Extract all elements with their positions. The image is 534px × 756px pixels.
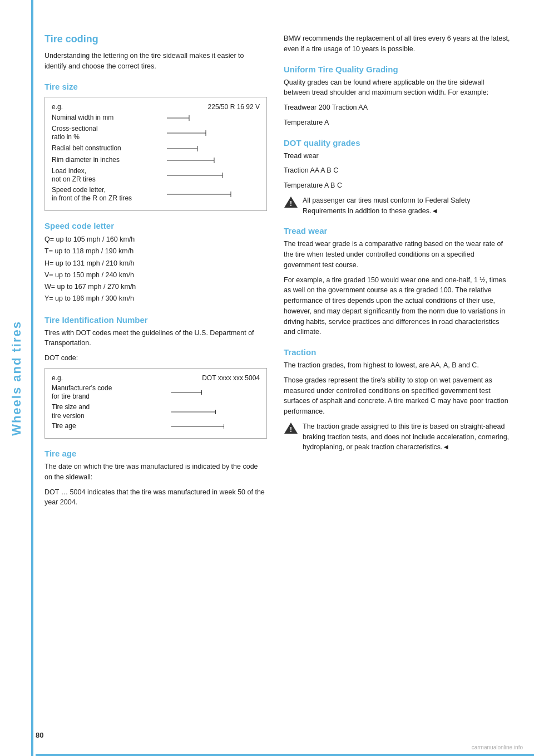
dot-eg-value: DOT xxxx xxx 5004 (202, 374, 260, 382)
bottom-bar (36, 754, 534, 756)
tire-line-3 (141, 144, 260, 154)
dot-line-1 (138, 388, 260, 397)
right-column: BMW recommends the replacement of all ti… (284, 33, 512, 723)
dot-line-2 (138, 408, 260, 416)
dot-quality-title: DOT quality grades (284, 138, 512, 148)
tire-eg-row: e.g. 225/50 R 16 92 V (52, 103, 260, 111)
tire-eg-label: e.g. (52, 103, 63, 111)
watermark: carmanualonline.info (472, 744, 523, 750)
tread-wear-para1: The tread wear grade is a comparative ra… (284, 239, 512, 270)
main-content: Tire coding Understanding the lettering … (33, 0, 534, 756)
speed-v: V= up to 150 mph / 240 km/h (44, 269, 267, 281)
traction-warning-text: The traction grade assigned to this tire… (303, 421, 512, 453)
tire-label-4: Rim diameter in inches (52, 156, 141, 165)
dot-tread: Tread wear (284, 151, 512, 161)
speed-t: T= up to 118 mph / 190 km/h (44, 246, 267, 257)
svg-text:!: ! (290, 200, 292, 208)
traction-title: Traction (284, 347, 512, 357)
dot-line-3 (138, 422, 260, 431)
tin-para1: Tires with DOT codes meet the guidelines… (44, 328, 267, 349)
dot-row-1: Manufacturer's codefor tire brand (52, 384, 260, 401)
right-para1: BMW recommends the replacement of all ti… (284, 33, 512, 55)
tire-row-2: Cross-sectionalratio in % (52, 125, 260, 142)
uniform-title: Uniform Tire Quality Grading (284, 65, 512, 74)
sidebar-label: Wheels and tires (9, 321, 24, 436)
dot-diagram: e.g. DOT xxxx xxx 5004 Manufacturer's co… (44, 368, 267, 439)
uniform-temp: Temperature A (284, 117, 512, 128)
uniform-para: Quality grades can be found where applic… (284, 77, 512, 99)
dot-label-2: Tire size andtire version (52, 403, 138, 420)
tire-label-3: Radial belt construction (52, 144, 141, 153)
warning-triangle-icon: ! (284, 196, 298, 211)
dot-code-label: DOT code: (44, 353, 267, 364)
svg-text:!: ! (290, 426, 292, 434)
main-title: Tire coding (44, 33, 267, 45)
dot-warning-text: All passenger car tires must conform to … (303, 195, 512, 217)
tire-line-1 (141, 113, 260, 123)
dot-eg-row: e.g. DOT xxxx xxx 5004 (52, 374, 260, 382)
tread-wear-para2: For example, a tire graded 150 would wea… (284, 275, 512, 338)
tire-row-4: Rim diameter in inches (52, 155, 260, 165)
page-container: Wheels and tires Tire coding Understandi… (0, 0, 534, 756)
uniform-treadwear: Treadwear 200 Traction AA (284, 102, 512, 113)
speed-q: Q= up to 105 mph / 160 km/h (44, 234, 267, 246)
dot-label-1: Manufacturer's codefor tire brand (52, 384, 138, 401)
dot-traction: Traction AA A B C (284, 165, 512, 176)
tire-label-5: Load index,not on ZR tires (52, 167, 141, 184)
speed-w: W= up to 167 mph / 270 km/h (44, 281, 267, 293)
speed-y: Y= up to 186 mph / 300 km/h (44, 293, 267, 305)
tire-row-5: Load index,not on ZR tires (52, 167, 260, 184)
traction-warning-triangle-icon: ! (284, 422, 298, 437)
tire-age-para1: The date on which the tire was manufactu… (44, 462, 267, 483)
traction-para2: Those grades represent the tire's abilit… (284, 375, 512, 417)
tire-size-diagram: e.g. 225/50 R 16 92 V Nominal width in m… (44, 97, 267, 212)
tire-size-title: Tire size (44, 82, 267, 91)
tire-row-6: Speed code letter,in front of the R on Z… (52, 186, 260, 203)
sidebar: Wheels and tires (0, 0, 33, 756)
tire-label-6: Speed code letter,in front of the R on Z… (52, 186, 141, 203)
tin-title: Tire Identification Number (44, 315, 267, 325)
page-number: 80 (36, 731, 43, 739)
sidebar-blue-bar (31, 0, 33, 756)
tire-label-2: Cross-sectionalratio in % (52, 125, 141, 142)
dot-row-2: Tire size andtire version (52, 403, 260, 420)
tire-line-2 (141, 128, 260, 138)
traction-warning-box: ! The traction grade assigned to this ti… (284, 421, 512, 453)
left-column: Tire coding Understanding the lettering … (44, 33, 267, 723)
tread-wear-title: Tread wear (284, 226, 512, 235)
dot-label-3: Tire age (52, 422, 138, 431)
intro-text: Understanding the lettering on the tire … (44, 51, 267, 72)
tire-age-title: Tire age (44, 449, 267, 458)
speed-code-list: Q= up to 105 mph / 160 km/h T= up to 118… (44, 234, 267, 305)
dot-warning-box: ! All passenger car tires must conform t… (284, 195, 512, 217)
tire-line-5 (141, 170, 260, 180)
dot-temp: Temperature A B C (284, 180, 512, 191)
speed-code-title: Speed code letter (44, 221, 267, 230)
tire-age-para2: DOT … 5004 indicates that the tire was m… (44, 487, 267, 508)
traction-para1: The traction grades, from highest to low… (284, 360, 512, 371)
dot-eg-label: e.g. (52, 374, 63, 382)
tire-line-4 (141, 155, 260, 165)
tire-line-6 (141, 189, 260, 199)
tire-row-1: Nominal width in mm (52, 113, 260, 123)
dot-row-3: Tire age (52, 422, 260, 431)
speed-h: H= up to 131 mph / 210 km/h (44, 258, 267, 269)
tire-eg-value: 225/50 R 16 92 V (208, 103, 260, 111)
tire-row-3: Radial belt construction (52, 144, 260, 154)
tire-label-1: Nominal width in mm (52, 114, 141, 122)
